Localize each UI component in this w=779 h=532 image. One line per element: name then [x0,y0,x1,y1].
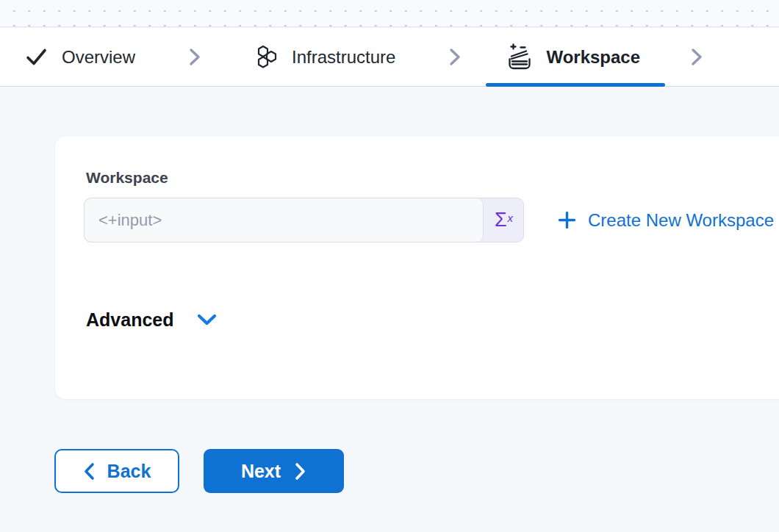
chevron-right-icon [185,47,204,67]
canvas-dot-grid [0,0,779,27]
tab-label: Infrastructure [292,47,395,68]
check-icon [24,45,49,69]
tab-overview[interactable]: Overview [0,28,163,86]
back-button[interactable]: Back [54,449,179,493]
workspace-input[interactable] [85,198,484,242]
workspace-form-card: Workspace Σx Create New Workspace Advanc… [55,137,779,399]
plus-icon [557,210,577,230]
chevron-down-icon [195,312,218,328]
next-button[interactable]: Next [204,449,344,493]
tab-label: Overview [62,47,135,68]
chevron-right-icon [445,47,464,67]
hexagons-icon [254,44,279,71]
advanced-label: Advanced [86,309,173,331]
advanced-toggle[interactable]: Advanced [86,309,218,331]
chevron-right-icon [294,461,306,481]
chevron-right-icon [687,47,706,67]
back-label: Back [107,461,151,482]
tab-workspace[interactable]: Workspace [486,28,665,86]
active-tab-underline [486,83,665,87]
tab-infrastructure[interactable]: Infrastructure [226,28,423,86]
next-label: Next [241,461,281,482]
create-new-workspace-label: Create New Workspace [588,210,774,231]
workspace-field-label: Workspace [86,169,168,187]
wizard-step-bar: Overview Infrastructure [0,28,779,87]
tab-label: Workspace [546,47,640,68]
stack-icon [506,43,533,71]
formula-button[interactable]: Σx [484,198,523,242]
chevron-left-icon [83,461,96,481]
workspace-input-group: Σx [84,198,524,242]
sigma-icon: Σ [495,209,507,231]
create-new-workspace-link[interactable]: Create New Workspace [557,198,774,242]
